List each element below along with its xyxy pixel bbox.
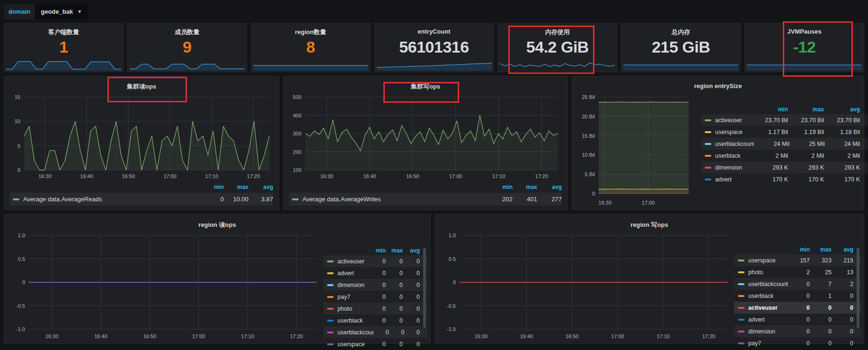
panel-cluster-write-ops: 集群写ops 16:3016:4016:5017:0017:1017:20500… bbox=[283, 76, 568, 210]
series-color-swatch[interactable] bbox=[327, 260, 334, 262]
legend-row-advert[interactable]: advert000 bbox=[734, 314, 861, 325]
scrollbar-thumb[interactable] bbox=[423, 248, 426, 328]
legend-max-value: 401 bbox=[513, 196, 537, 203]
series-color-swatch[interactable] bbox=[292, 198, 299, 200]
legend-min-value: 2 Mil bbox=[752, 153, 788, 159]
region-write-ops-chart[interactable]: 16:3016:4016:5017:0017:1017:201.00.50-0.… bbox=[438, 232, 734, 341]
legend-row-average-writes[interactable]: Average data.AverageWrites 202 401 277 bbox=[289, 193, 562, 206]
cluster-write-chart[interactable]: 16:3016:4016:5017:0017:1017:205004003002… bbox=[286, 93, 565, 181]
legend-min-header: min bbox=[788, 246, 810, 253]
legend-row-dimension[interactable]: dimension000 bbox=[734, 325, 861, 337]
variable-dropdown[interactable]: geode_bak ▼ bbox=[35, 4, 88, 19]
legend-avg-value: 2 Mil bbox=[824, 153, 860, 159]
svg-text:17:00: 17:00 bbox=[163, 173, 177, 179]
legend-row-activeuser[interactable]: activeuser000 bbox=[734, 302, 861, 314]
svg-text:16:40: 16:40 bbox=[363, 173, 376, 179]
legend-max-header: max bbox=[788, 106, 824, 113]
graphs-row-1: 集群读ops 16:3016:4016:5017:0017:1017:20151… bbox=[0, 76, 868, 210]
legend-row-userblack[interactable]: userblack2 Mil2 Mil2 Mil bbox=[701, 150, 868, 162]
legend-row-userblack[interactable]: userblack010 bbox=[734, 290, 861, 302]
legend-row-activeuser[interactable]: activeuser000 bbox=[323, 255, 427, 267]
legend-row-userspace[interactable]: userspace157323215 bbox=[734, 254, 861, 266]
legend-avg-value: 3.87 bbox=[248, 196, 273, 203]
legend-min-value: 0 bbox=[788, 316, 810, 323]
panel-title[interactable]: 成员数量 bbox=[128, 24, 247, 36]
svg-text:5: 5 bbox=[18, 143, 20, 149]
series-color-swatch[interactable] bbox=[327, 296, 334, 298]
panel-title[interactable]: 总内存 bbox=[621, 24, 740, 36]
series-color-swatch[interactable] bbox=[705, 143, 711, 145]
legend-row-userblackcount[interactable]: userblackcount072 bbox=[734, 278, 861, 290]
panel-title[interactable]: 客户端数量 bbox=[4, 24, 123, 36]
series-color-swatch[interactable] bbox=[738, 260, 744, 261]
legend-row-userspace[interactable]: userspace1.17 Bil1.19 Bil1.18 Bil bbox=[701, 126, 868, 138]
panel-title[interactable]: JVMPauses bbox=[745, 24, 864, 35]
sparkline bbox=[623, 58, 738, 71]
series-color-swatch[interactable] bbox=[705, 155, 711, 157]
series-name: pay7 bbox=[337, 294, 369, 300]
legend-avg-header: avg bbox=[537, 184, 562, 190]
legend-row-userblackcount[interactable]: userblackcount000 bbox=[323, 326, 427, 338]
legend-scrollbar[interactable] bbox=[857, 248, 859, 335]
series-color-swatch[interactable] bbox=[327, 308, 334, 310]
panel-cluster-read-ops: 集群读ops 16:3016:4016:5017:0017:1017:20151… bbox=[4, 76, 279, 210]
stat-value: -12 bbox=[745, 38, 864, 56]
series-color-swatch[interactable] bbox=[13, 198, 19, 200]
series-color-swatch[interactable] bbox=[738, 295, 744, 297]
svg-text:-0.5: -0.5 bbox=[16, 303, 25, 309]
legend-min-value: 0 bbox=[788, 281, 810, 287]
legend-row-userblack[interactable]: userblack000 bbox=[323, 314, 427, 326]
legend-row-activeuser[interactable]: activeuser23.70 Bil23.70 Bil23.70 Bil bbox=[701, 114, 868, 126]
series-color-swatch[interactable] bbox=[738, 319, 744, 321]
series-color-swatch[interactable] bbox=[705, 119, 711, 121]
panel-title[interactable]: 内存使用 bbox=[498, 24, 617, 36]
series-color-swatch[interactable] bbox=[738, 283, 744, 285]
series-color-swatch[interactable] bbox=[327, 332, 334, 333]
chart-legend-table: min max avg activeuser23.70 Bil23.70 Bil… bbox=[701, 93, 868, 208]
legend-row-pay7[interactable]: pay7000 bbox=[734, 337, 861, 349]
panel-title[interactable]: 集群读ops bbox=[4, 76, 279, 91]
series-color-swatch[interactable] bbox=[705, 179, 711, 180]
legend-row-average-reads[interactable]: Average data.AverageReads 0 10.00 3.87 bbox=[10, 193, 273, 206]
panel-title[interactable]: region数量 bbox=[251, 24, 370, 36]
svg-text:17:00: 17:00 bbox=[642, 200, 655, 206]
panel-title[interactable]: entryCount bbox=[375, 24, 494, 35]
legend-row-pay7[interactable]: pay7000 bbox=[323, 291, 427, 303]
legend-row-dimension[interactable]: dimension000 bbox=[323, 279, 427, 291]
legend-avg-value: 0 bbox=[832, 316, 853, 323]
series-color-swatch[interactable] bbox=[738, 342, 744, 344]
series-color-swatch[interactable] bbox=[738, 331, 744, 332]
series-color-swatch[interactable] bbox=[327, 320, 334, 322]
region-read-ops-chart[interactable]: 16:3016:4016:5017:0017:1017:201.00.50-0.… bbox=[7, 232, 323, 341]
legend-min-header: min bbox=[369, 247, 386, 254]
legend-scrollbar[interactable] bbox=[423, 248, 426, 335]
panel-title[interactable]: region entrySize bbox=[572, 76, 864, 90]
series-color-swatch[interactable] bbox=[327, 343, 334, 345]
legend-row-photo[interactable]: photo000 bbox=[323, 303, 427, 314]
series-color-swatch[interactable] bbox=[327, 272, 334, 274]
series-color-swatch[interactable] bbox=[705, 131, 711, 133]
series-color-swatch[interactable] bbox=[738, 307, 744, 309]
scrollbar-thumb[interactable] bbox=[857, 248, 859, 328]
legend-row-dimension[interactable]: dimension293 K293 K293 K bbox=[701, 162, 868, 173]
series-color-swatch[interactable] bbox=[738, 271, 744, 273]
svg-text:16:50: 16:50 bbox=[122, 173, 135, 179]
cluster-read-chart[interactable]: 16:3016:4016:5017:0017:1017:20151050 bbox=[7, 93, 276, 181]
panel-title[interactable]: region 读ops bbox=[4, 215, 430, 229]
panel-title[interactable]: 集群写ops bbox=[283, 76, 567, 91]
panel-title[interactable]: region 写ops bbox=[435, 215, 864, 229]
svg-text:16:40: 16:40 bbox=[80, 173, 93, 179]
legend-min-value: 0 bbox=[788, 328, 810, 335]
legend-row-advert[interactable]: advert000 bbox=[323, 267, 427, 279]
series-color-swatch[interactable] bbox=[705, 167, 711, 169]
legend-row-photo[interactable]: photo22513 bbox=[734, 266, 861, 278]
legend-row-userblackcount[interactable]: userblackcount24 Mil25 Mil24 Mil bbox=[701, 138, 868, 150]
legend-min-value: 2 bbox=[788, 269, 810, 276]
legend-avg-value: 0 bbox=[403, 282, 420, 288]
legend-row-userspace[interactable]: userspace000 bbox=[323, 338, 427, 350]
panel-region-read-ops: region 读ops 16:3016:4016:5017:0017:1017:… bbox=[4, 214, 431, 344]
entry-size-chart[interactable]: 16:3017:0025 Bil20 Bil15 Bil10 Bil5 Bil0 bbox=[578, 93, 695, 208]
legend-row-advert[interactable]: advert170 K170 K170 K bbox=[701, 173, 868, 185]
series-color-swatch[interactable] bbox=[327, 284, 334, 286]
svg-text:0.5: 0.5 bbox=[18, 256, 25, 262]
